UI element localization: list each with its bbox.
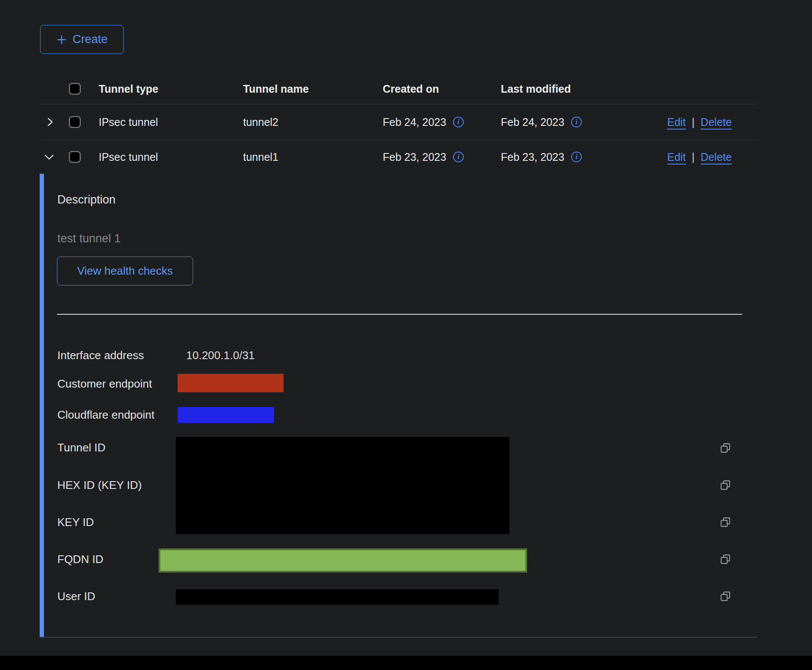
field-label-key-id: KEY ID bbox=[57, 515, 94, 529]
copy-icon[interactable] bbox=[719, 553, 731, 565]
column-header-created-on: Created on bbox=[383, 82, 439, 95]
redacted-customer-endpoint bbox=[178, 374, 284, 392]
last-modified-cell: Feb 23, 2023 i bbox=[501, 150, 582, 163]
select-all-checkbox[interactable] bbox=[69, 83, 81, 94]
actions-separator: | bbox=[692, 150, 695, 163]
description-label: Description bbox=[57, 193, 116, 207]
column-header-tunnel-type: Tunnel type bbox=[99, 82, 158, 95]
row-checkbox[interactable] bbox=[69, 151, 81, 163]
info-icon[interactable]: i bbox=[571, 116, 582, 127]
last-modified-cell: Feb 24, 2023 i bbox=[501, 116, 582, 128]
description-value: test tunnel 1 bbox=[57, 232, 121, 245]
delete-link[interactable]: Delete bbox=[701, 116, 732, 128]
expanded-section-bottom-divider bbox=[40, 637, 757, 638]
created-on-cell: Feb 24, 2023 i bbox=[383, 116, 464, 128]
tunnel-type-value: IPsec tunnel bbox=[99, 116, 158, 128]
column-header-tunnel-name: Tunnel name bbox=[243, 82, 309, 95]
copy-icon[interactable] bbox=[719, 590, 731, 602]
field-label-tunnel-id: Tunnel ID bbox=[57, 441, 106, 454]
tunnel-name-value: tunnel2 bbox=[243, 116, 278, 128]
last-modified-value: Feb 24, 2023 bbox=[501, 116, 564, 128]
copy-icon[interactable] bbox=[719, 479, 731, 491]
redacted-user-id bbox=[176, 589, 499, 605]
edit-link[interactable]: Edit bbox=[667, 150, 686, 163]
info-icon[interactable]: i bbox=[571, 151, 582, 162]
copy-icon[interactable] bbox=[719, 442, 731, 454]
created-on-cell: Feb 23, 2023 i bbox=[383, 150, 464, 163]
actions-separator: | bbox=[692, 116, 695, 128]
column-header-last-modified: Last modified bbox=[501, 82, 571, 95]
table-header-row: Tunnel type Tunnel name Created on Last … bbox=[0, 73, 812, 104]
expanded-row-indicator-bar bbox=[40, 174, 44, 637]
delete-link[interactable]: Delete bbox=[701, 150, 732, 163]
last-modified-value: Feb 23, 2023 bbox=[501, 150, 564, 163]
field-value-interface-address: 10.200.1.0/31 bbox=[186, 348, 255, 362]
row-checkbox[interactable] bbox=[69, 116, 81, 128]
view-health-checks-button[interactable]: View health checks bbox=[57, 257, 193, 285]
edit-link[interactable]: Edit bbox=[667, 116, 686, 128]
tunnel-name-value: tunnel1 bbox=[243, 150, 278, 163]
redacted-fqdn-id bbox=[159, 548, 527, 573]
bottom-black-bar bbox=[0, 656, 812, 670]
field-label-customer-endpoint: Customer endpoint bbox=[57, 377, 152, 391]
info-icon[interactable]: i bbox=[453, 116, 464, 127]
copy-icon[interactable] bbox=[719, 516, 731, 528]
row-actions: Edit|Delete bbox=[667, 116, 732, 128]
create-button-label: Create bbox=[72, 33, 107, 46]
plus-icon bbox=[56, 34, 67, 45]
created-on-value: Feb 23, 2023 bbox=[383, 150, 446, 163]
info-icon[interactable]: i bbox=[453, 151, 464, 162]
created-on-value: Feb 24, 2023 bbox=[383, 116, 446, 128]
detail-divider bbox=[57, 314, 742, 315]
chevron-down-icon[interactable] bbox=[44, 152, 55, 162]
row-actions: Edit|Delete bbox=[667, 150, 732, 163]
redacted-cloudflare-endpoint bbox=[178, 407, 274, 423]
tunnel-type-value: IPsec tunnel bbox=[99, 150, 158, 163]
field-label-cloudflare-endpoint: Cloudflare endpoint bbox=[57, 408, 155, 422]
redacted-tunnel-hex-key-ids bbox=[176, 437, 509, 534]
create-button[interactable]: Create bbox=[40, 25, 124, 54]
field-label-fqdn-id: FQDN ID bbox=[57, 552, 103, 566]
field-label-interface-address: Interface address bbox=[57, 348, 144, 362]
chevron-right-icon[interactable] bbox=[45, 117, 55, 127]
field-label-hex-id: HEX ID (KEY ID) bbox=[57, 478, 142, 492]
table-row: IPsec tunnel tunnel2 Feb 24, 2023 i Feb … bbox=[0, 104, 812, 140]
table-row: IPsec tunnel tunnel1 Feb 23, 2023 i Feb … bbox=[0, 140, 812, 174]
field-label-user-id: User ID bbox=[57, 589, 95, 603]
